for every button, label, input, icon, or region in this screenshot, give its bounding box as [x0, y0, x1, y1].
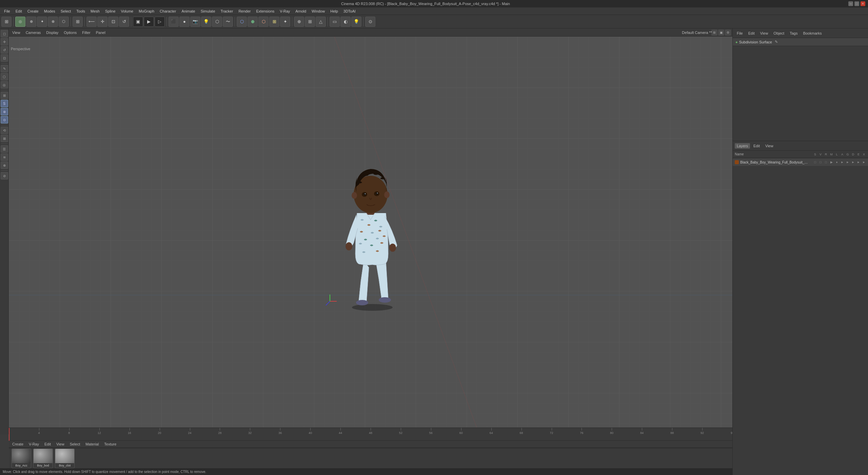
toolbar-mograph[interactable]: ⊞ — [269, 17, 279, 27]
menu-tracker[interactable]: Tracker — [218, 8, 236, 14]
left-tool-stack[interactable]: ≋ — [1, 153, 8, 161]
object-edit-icon[interactable]: ✎ — [775, 40, 778, 44]
left-tool-lock[interactable]: ⊘ — [1, 172, 8, 179]
mat-tab-select[interactable]: Select — [68, 441, 82, 447]
toolbar-fx[interactable]: ✦ — [280, 17, 290, 27]
layer-icon-play4[interactable]: ► — [856, 160, 861, 165]
toolbar-render-view[interactable]: ▶ — [144, 17, 154, 27]
vp-maximize-icon[interactable]: ⊞ — [711, 30, 717, 36]
toolbar-render-all[interactable]: ▷ — [155, 17, 165, 27]
minimize-button[interactable]: ─ — [848, 1, 853, 6]
menu-volume[interactable]: Volume — [118, 8, 136, 14]
left-tool-select[interactable]: ◻ — [1, 30, 8, 37]
layer-icon-play1[interactable]: ► — [840, 160, 845, 165]
menu-extensions[interactable]: Extensions — [253, 8, 277, 14]
toolbar-spline[interactable]: 〜 — [223, 17, 233, 27]
toolbar-snap[interactable]: ⊕ — [294, 17, 304, 27]
toolbar-new[interactable]: ⊞ — [73, 17, 83, 27]
toolbar-render-region[interactable]: ▣ — [133, 17, 143, 27]
toolbar-object-mode[interactable]: ◎ — [15, 17, 25, 27]
viewport-menu-display[interactable]: Display — [45, 30, 60, 35]
menu-simulate[interactable]: Simulate — [198, 8, 218, 14]
mat-thumb-0[interactable]: Boy_Acc — [12, 449, 31, 468]
mat-tab-create[interactable]: Create — [11, 441, 25, 447]
attr-tab-object[interactable]: Object — [771, 31, 786, 36]
menu-vray[interactable]: V-Ray — [277, 8, 293, 14]
vp-layout-icon[interactable]: ▣ — [718, 30, 724, 36]
mat-thumb-2[interactable]: Boy_clot — [55, 449, 75, 468]
toolbar-hdri[interactable]: ◐ — [340, 17, 351, 27]
toolbar-lasso[interactable]: ⊙ — [365, 17, 375, 27]
toolbar-material[interactable]: ⬡ — [212, 17, 222, 27]
layer-icon-deform[interactable]: ♦ — [834, 160, 839, 165]
toolbar-scale[interactable]: ⊡ — [108, 17, 118, 27]
toolbar-light[interactable]: 💡 — [201, 17, 211, 27]
character-3d[interactable] — [323, 138, 418, 315]
menu-edit[interactable]: Edit — [13, 8, 25, 14]
toolbar-deformer[interactable]: ⬡ — [237, 17, 247, 27]
mat-tab-texture[interactable]: Texture — [103, 441, 118, 447]
layers-tab-layers[interactable]: Layers — [735, 143, 750, 149]
layer-icon-render[interactable]: □ — [824, 160, 828, 165]
layers-tab-view[interactable]: View — [763, 143, 775, 149]
toolbar-poly-mode[interactable]: ⬡ — [59, 17, 69, 27]
toolbar-vray-light[interactable]: 💡 — [351, 17, 361, 27]
layers-tab-edit[interactable]: Edit — [751, 143, 762, 149]
toolbar-grid[interactable]: ⊞ — [305, 17, 315, 27]
toolbar-camera[interactable]: 📷 — [190, 17, 200, 27]
mat-thumb-1[interactable]: Boy_bod — [33, 449, 53, 468]
attr-tab-edit[interactable]: Edit — [746, 31, 757, 36]
toolbar-undo-move[interactable]: ⟵ — [86, 17, 97, 27]
menu-spline[interactable]: Spline — [102, 8, 118, 14]
layer-row-0[interactable]: Black_Baby_Boy_Wearing_Full_Bodysuit_A-P… — [733, 158, 868, 166]
toolbar-floor[interactable]: ▭ — [330, 17, 340, 27]
toolbar-mode-icon[interactable]: ⊞ — [1, 17, 12, 27]
layer-icon-vis[interactable]: □ — [818, 160, 823, 165]
layer-icon-solo[interactable]: □ — [813, 160, 817, 165]
layer-icon-motion[interactable]: ▶ — [829, 160, 834, 165]
left-tool-add[interactable]: ⊕ — [1, 162, 8, 169]
menu-create[interactable]: Create — [25, 8, 41, 14]
menu-tools[interactable]: Tools — [74, 8, 88, 14]
layer-icon-play3[interactable]: ► — [851, 160, 855, 165]
vp-settings-icon[interactable]: ⚙ — [725, 30, 731, 36]
layer-icon-play5[interactable]: ► — [862, 160, 866, 165]
viewport-menu-cameras[interactable]: Cameras — [24, 30, 42, 35]
left-tool-sculpt[interactable]: ◎ — [1, 81, 8, 89]
viewport-content[interactable]: Perspective Grid Spacing: 50 cm — [9, 37, 732, 434]
left-tool-twist[interactable]: ⟲ — [1, 127, 8, 134]
menu-3dtai[interactable]: 3DToAI — [341, 8, 358, 14]
menu-mesh[interactable]: Mesh — [88, 8, 102, 14]
mat-tab-material[interactable]: Material — [84, 441, 100, 447]
mat-tab-view[interactable]: View — [55, 441, 66, 447]
menu-animate[interactable]: Animate — [179, 8, 198, 14]
menu-window[interactable]: Window — [309, 8, 328, 14]
mat-tab-vray[interactable]: V-Ray — [27, 441, 40, 447]
toolbar-edge-mode[interactable]: ⊗ — [48, 17, 58, 27]
menu-render[interactable]: Render — [236, 8, 253, 14]
toolbar-rotate[interactable]: ↺ — [119, 17, 129, 27]
left-tool-s1[interactable]: S — [1, 100, 8, 107]
toolbar-sphere[interactable]: ● — [179, 17, 190, 27]
menu-modes[interactable]: Modes — [41, 8, 58, 14]
close-button[interactable]: ✕ — [861, 1, 865, 6]
toolbar-move[interactable]: ✛ — [97, 17, 107, 27]
left-tool-s2[interactable]: ⊛ — [1, 108, 8, 115]
mat-tab-edit[interactable]: Edit — [43, 441, 52, 447]
viewport-menu-view[interactable]: View — [11, 30, 22, 35]
maximize-button[interactable]: □ — [854, 1, 859, 6]
toolbar-cube[interactable]: ⬛ — [169, 17, 179, 27]
attr-tab-view[interactable]: View — [758, 31, 770, 36]
left-tool-move[interactable]: ✛ — [1, 38, 8, 45]
toolbar-point-mode[interactable]: ✦ — [37, 17, 47, 27]
left-tool-s3[interactable]: ⊙ — [1, 116, 8, 124]
left-tool-paint[interactable]: ⬡ — [1, 73, 8, 80]
viewport-menu-panel[interactable]: Panel — [95, 30, 107, 35]
menu-select[interactable]: Select — [58, 8, 74, 14]
viewport-menu-options[interactable]: Options — [62, 30, 78, 35]
left-tool-scale[interactable]: ⊡ — [1, 54, 8, 62]
playhead[interactable] — [9, 428, 9, 441]
toolbar-effector[interactable]: ⊕ — [248, 17, 258, 27]
viewport-menu-filter[interactable]: Filter — [81, 30, 92, 35]
attr-tab-file[interactable]: File — [735, 31, 745, 36]
